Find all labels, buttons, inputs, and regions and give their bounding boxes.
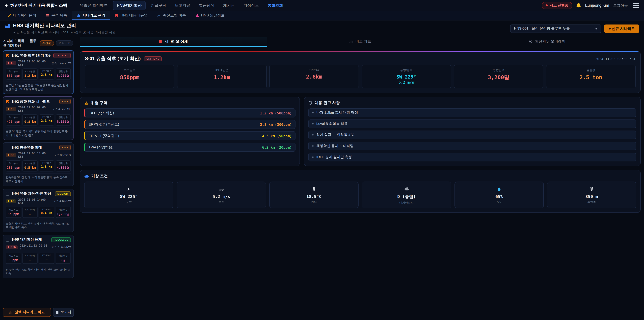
subtab-diffusion-analysis[interactable]: 대기확산 분석: [3, 11, 41, 20]
tab-label: 확산범위 오버레이: [535, 39, 566, 44]
compare-button-label: 선택 시나리오 비교: [14, 310, 45, 314]
tab-scenario-detail[interactable]: 시나리오 상세: [80, 37, 267, 47]
weather-label: 풍속: [180, 200, 263, 204]
stat-value: —: [23, 212, 36, 216]
subtab-label: 대기확산 분석: [13, 13, 36, 18]
subtab-analysis-list[interactable]: 분석 목록: [41, 11, 72, 20]
recommendation-text: Level B 화학복 착용: [316, 122, 348, 126]
zone-name: IDLH (즉시위험): [88, 111, 114, 115]
scenario-card-s01[interactable]: S-01 유출 직후 (초기 확산) CRITICAL T+0h 2024.11…: [3, 50, 74, 94]
weather-label: 기온: [272, 200, 356, 204]
nav-item-board[interactable]: 게시판: [220, 1, 238, 10]
chart-icon: [349, 40, 353, 43]
incident-select[interactable]: HNS-001 · 울산 온산항 톨루엔 누출: [510, 24, 602, 33]
severity-badge: CRITICAL: [53, 53, 71, 58]
nav-item-aerial-search[interactable]: 항공탐색: [196, 1, 218, 10]
scenario-checkbox[interactable]: [6, 192, 10, 195]
scenario-title: S-04 유출 차단·잔류 확산: [12, 191, 53, 196]
subtab-hns-substance-info[interactable]: HNS 물질정보: [191, 11, 230, 20]
zone-row-twa[interactable]: TWA (작업허용) 6.2 km (20ppm): [84, 143, 296, 152]
warning-icon: [84, 101, 88, 105]
weather-title-row: 기상 조건: [84, 173, 636, 179]
recommendation-item: 반경 1.2km 즉시 대피 명령: [308, 108, 636, 117]
subtab-label: 시나리오 관리: [82, 13, 105, 18]
stat-label: 영향인구: [56, 208, 70, 211]
scenario-datetime: 2024.11.03 20:00 KST: [20, 244, 49, 251]
zone-row-idlh[interactable]: IDLH (즉시위험) 1.2 km (500ppm): [84, 108, 296, 117]
weather-card-temperature: 18.5°C 기온: [269, 182, 358, 208]
nav-item-emergency-rescue[interactable]: 긴급구난: [147, 1, 170, 10]
scenario-description: 톨루엔 2.5톤 순간 유출. SW 풍향으로 온산 산업단지 방향 확산. I…: [6, 82, 71, 91]
detail-stat-release-amount: 유출량 2.5 ton: [546, 65, 636, 88]
time-offset-badge: T+12h: [6, 245, 18, 249]
incident-select-value: HNS-001 · 울산 온산항 톨루엔 누출: [514, 26, 570, 31]
detail-stat-label: 영향인구: [456, 69, 541, 73]
weather-label: 풍향: [87, 200, 170, 204]
stat-value: 0.8 km: [24, 120, 37, 124]
zone-name: ERPG-1 (주의권고): [88, 133, 119, 138]
stat-value: 8 ppm: [7, 258, 20, 262]
clipboard-icon: [159, 40, 162, 44]
stat-value: —: [40, 257, 53, 261]
tab-diffusion-overlay[interactable]: 확산범위 오버레이: [454, 37, 641, 47]
scenario-wind: 풍속 4.1m/s W: [53, 199, 71, 203]
stat-label: 영향인구: [56, 70, 70, 73]
stat-value: 4,800명: [56, 166, 70, 170]
document-icon: [56, 310, 59, 314]
stat-label: IDLH반경: [24, 70, 37, 73]
scenario-card-s03[interactable]: S-03 연속유출 확대 HIGH T+3h 2024.11.03 11:00 …: [3, 142, 74, 186]
nav-item-reports[interactable]: 보고자료: [171, 1, 194, 10]
incident-status-badge[interactable]: 사고 진행중: [542, 2, 572, 9]
stat-value: 5,100명: [56, 120, 70, 124]
scenario-mini-stats: 최고농도85 ppm IDLH반경— ERPG-20.4 km 영향인구1,20…: [6, 207, 71, 218]
stat-value: 0명: [56, 258, 70, 262]
danger-zones-panel: 위험 구역 IDLH (즉시위험) 1.2 km (500ppm) ERPG-2…: [80, 97, 300, 166]
sort-by-risk-button[interactable]: 위험도순: [56, 40, 73, 46]
stat-label: ERPG-2: [40, 162, 53, 164]
scenario-datetime: 2024.11.03 09:00 KST: [18, 106, 50, 112]
weather-cards: SW 225° 풍향 5.2 m/s 풍속 18.5°C 기온: [84, 182, 636, 210]
subtab-hns-manual[interactable]: HNS 대응매뉴얼: [110, 11, 152, 20]
scenario-card-s05[interactable]: S-05 대기확산 해제 RESOLVED T+12h 2024.11.03 2…: [3, 235, 74, 278]
detail-title: S-01 유출 직후 (초기 확산): [85, 56, 141, 62]
nav-item-spill-prediction[interactable]: 유출유 확산예측: [76, 1, 111, 10]
logout-button[interactable]: 로그아웃: [613, 3, 628, 8]
nav-item-hns-diffusion[interactable]: HNS·대기확산: [113, 1, 146, 10]
scenario-title: S-01 유출 직후 (초기 확산): [12, 53, 51, 58]
new-scenario-button[interactable]: + 신규 시나리오: [604, 24, 639, 33]
scenario-card-s04[interactable]: S-04 유출 차단·잔류 확산 MEDIUM T+6h 2024.11.03 …: [3, 188, 74, 232]
bell-icon[interactable]: [576, 3, 581, 8]
zones-recommendations-row: 위험 구역 IDLH (즉시위험) 1.2 km (500ppm) ERPG-2…: [80, 97, 641, 166]
page-header: HNS 대기확산 시나리오 관리 시간조건별 대기확산 예측 시나리오 비교·검…: [0, 21, 644, 37]
compare-scenarios-button[interactable]: 선택 시나리오 비교: [3, 307, 51, 317]
report-button[interactable]: 보고서: [53, 307, 74, 317]
detail-stat-value: 2.5 ton: [548, 74, 633, 81]
scenario-checkbox[interactable]: [6, 238, 10, 242]
user-name: Eunjeong Kim: [585, 3, 609, 8]
sort-by-time-button[interactable]: 시간순: [40, 40, 54, 46]
zone-row-erpg2[interactable]: ERPG-2 (대피권고) 2.8 km (300ppm): [84, 120, 296, 129]
subtab-model-theory[interactable]: 확산모델 이론: [152, 11, 191, 20]
scenario-datetime: 2024.11.03 14:00 KST: [18, 198, 51, 205]
subtab-scenario-management[interactable]: 시나리오 관리: [72, 11, 110, 20]
scenario-checkbox[interactable]: [6, 146, 10, 150]
nav-item-integrated-search[interactable]: 통합조회: [264, 1, 287, 10]
stat-label: IDLH반경: [24, 162, 37, 165]
weather-value: SW 225°: [87, 194, 170, 199]
subtab-label: HNS 물질정보: [201, 13, 225, 18]
stat-value: 850 ppm: [7, 74, 20, 78]
scenario-card-s02[interactable]: S-02 풍향 변화 시나리오 HIGH T+1h 2024.11.03 09:…: [3, 96, 74, 140]
detail-stat-wind: 풍향/풍속 SW 225° 5.2 m/s: [362, 65, 451, 88]
zone-row-erpg1[interactable]: ERPG-1 (주의권고) 4.5 km (50ppm): [84, 131, 296, 140]
scenario-wind: 풍속 5.2m/s SW: [52, 61, 71, 65]
tab-comparison-chart[interactable]: 비교 차트: [267, 37, 454, 47]
app-logo[interactable]: 해양환경 위기대응 통합시스템: [4, 3, 67, 8]
scenario-wind: 풍속 3.5m/s S: [54, 153, 71, 157]
scenario-mini-stats: 최고농도420 ppm IDLH반경0.8 km ERPG-22.1 km 영향…: [6, 114, 71, 126]
nav-item-weather-info[interactable]: 기상정보: [240, 1, 263, 10]
scenario-checkbox[interactable]: [6, 54, 10, 57]
scenario-checkbox[interactable]: [6, 100, 10, 103]
menu-toggle-icon[interactable]: [632, 2, 640, 9]
time-offset-badge: T+6h: [6, 199, 16, 203]
stat-value: 1,200명: [56, 212, 70, 216]
